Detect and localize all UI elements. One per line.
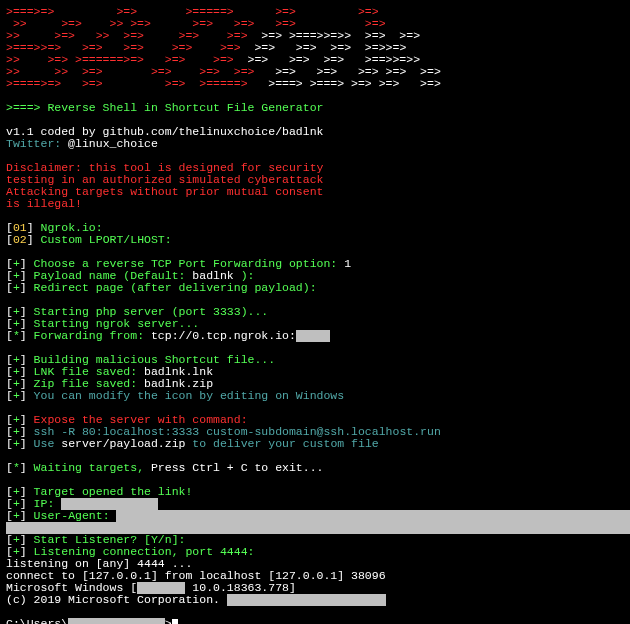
ascii-banner: >====>=> >=> >=> >=====> >===> >===> >=>… <box>6 78 624 90</box>
win-copyright: (c) 2019 Microsoft Corporation. <box>6 594 624 606</box>
app-title: >===> Reverse Shell in Shortcut File Gen… <box>6 102 624 114</box>
twitter-line: Twitter: @linux_choice <box>6 138 624 150</box>
disclaimer: Attacking targets without prior mutual c… <box>6 186 624 198</box>
status-note: [+] You can modify the icon by editing o… <box>6 390 624 402</box>
waiting-targets: [*] Waiting targets, Press Ctrl + C to e… <box>6 462 624 474</box>
expose-use: [+] Use server/payload.zip to deliver yo… <box>6 438 624 450</box>
menu-option-2: [02] Custom LPORT/LHOST: <box>6 234 624 246</box>
redacted-corp <box>227 594 386 606</box>
cursor-icon <box>172 619 178 624</box>
shell-prompt[interactable]: C:\Users\ > <box>6 618 624 624</box>
disclaimer: is illegal! <box>6 198 624 210</box>
prompt-redirect: [+] Redirect page (after delivering payl… <box>6 282 624 294</box>
redacted-user <box>68 618 165 624</box>
redacted-port <box>296 330 331 342</box>
status-forwarding: [*] Forwarding from: tcp://0.tcp.ngrok.i… <box>6 330 624 342</box>
